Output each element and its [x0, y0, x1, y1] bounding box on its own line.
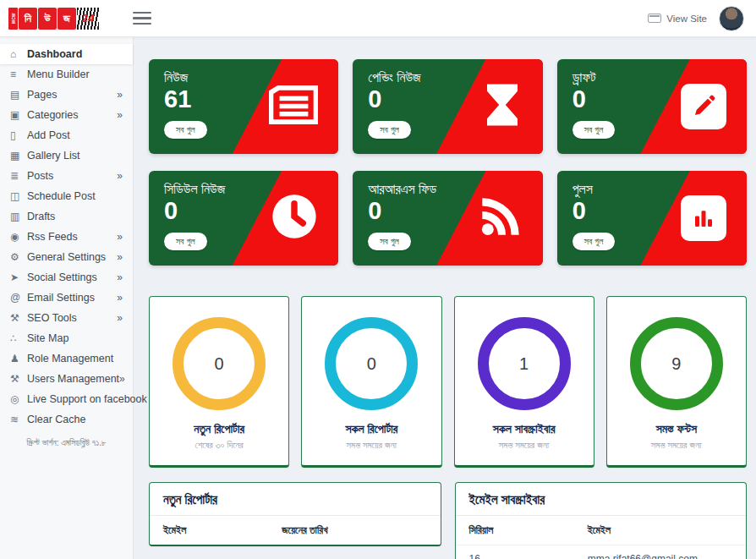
- sidebar-item-gallery-list[interactable]: ▦ Gallery List: [0, 145, 133, 166]
- sidebar-item-label: Email Settings: [27, 292, 95, 304]
- sidebar-item-label: Posts: [27, 170, 53, 182]
- wrench-icon: ⚒: [10, 312, 27, 324]
- donut-value: 1: [519, 354, 529, 374]
- browser-window-icon: [648, 14, 661, 23]
- column-header: ইমেইল: [588, 524, 732, 536]
- stat-title: আরআরএস ফিড: [368, 182, 527, 197]
- view-all-button[interactable]: সব গুল: [572, 121, 616, 139]
- new-reporter-table: নতুন রিপোর্টার ইমেইল জয়েনের তারিখ: [149, 482, 441, 546]
- view-all-button[interactable]: সব গুল: [164, 233, 207, 250]
- chevron-double-right-icon: [117, 312, 123, 324]
- sidebar-item-label: Categories: [27, 109, 78, 121]
- view-all-button[interactable]: সব গুল: [572, 233, 616, 250]
- sidebar-item-label: Dashboard: [27, 48, 82, 60]
- stat-value: 61: [164, 85, 323, 113]
- table-header-row: সিরিয়াল ইমেইল: [456, 516, 747, 545]
- sidebar-item-add-post[interactable]: ▯ Add Post: [0, 125, 133, 145]
- stat-value: 0: [368, 197, 527, 225]
- sidebar-item-live-support[interactable]: ◎ Live Support on facebook: [0, 389, 133, 409]
- sidebar-item-schedule-post[interactable]: ◫ Schedule Post: [0, 186, 133, 206]
- at-icon: @: [10, 292, 27, 304]
- view-all-button[interactable]: সব গুল: [368, 121, 411, 139]
- avatar[interactable]: [719, 6, 744, 31]
- stat-card-schedule-news: সিডিউল নিউজ 0 সব গুল: [149, 171, 338, 266]
- sidebar-item-categories[interactable]: ▣ Categories: [0, 105, 133, 125]
- sidebar-item-label: Drafts: [27, 211, 55, 222]
- sidebar-item-menu-builder[interactable]: ≡ Menu Builder: [0, 64, 133, 85]
- logo-letter: জ: [58, 8, 76, 30]
- user-icon: ♟: [10, 353, 27, 364]
- donut-title: নতুন রিপোর্টার: [150, 422, 288, 436]
- stat-value: 0: [164, 197, 323, 225]
- chevron-double-right-icon: [117, 170, 123, 182]
- chevron-double-right-icon: [117, 231, 123, 243]
- sidebar-item-users-management[interactable]: ⚒ Users Management: [0, 369, 133, 389]
- sidebar-item-drafts[interactable]: ▥ Drafts: [0, 206, 133, 227]
- sidebar: ⌂ Dashboard ≡ Menu Builder ▤ Pages ▣ Cat…: [0, 37, 134, 559]
- stat-title: পুলস: [572, 182, 731, 197]
- donut-value: 9: [671, 354, 681, 374]
- donut-card-new-reporters: 0 নতুন রিপোর্টার শেষের ৩০ দিনের: [149, 296, 289, 468]
- pages-icon: ▤: [10, 89, 27, 101]
- sidebar-item-label: Social Settings: [27, 271, 97, 283]
- tables-grid: নতুন রিপোর্টার ইমেইল জয়েনের তারিখ ইমেইল…: [149, 482, 747, 559]
- view-site-button[interactable]: View Site: [648, 14, 707, 24]
- sidebar-toggle-icon[interactable]: [133, 12, 151, 25]
- sidebar-item-email-settings[interactable]: @ Email Settings: [0, 288, 133, 308]
- sidebar-item-dashboard[interactable]: ⌂ Dashboard: [0, 44, 133, 64]
- sidebar-item-label: Menu Builder: [27, 69, 90, 80]
- view-all-button[interactable]: সব গুল: [368, 233, 411, 250]
- donut-title: সকল সাবস্ক্রাইবার: [455, 422, 594, 436]
- folder-icon: ▣: [10, 109, 27, 121]
- sidebar-item-posts[interactable]: ≣ Posts: [0, 166, 133, 186]
- sidebar-item-rss-feeds[interactable]: ◉ Rss Feeds: [0, 227, 133, 247]
- paper-plane-icon: ➤: [10, 271, 27, 283]
- site-logo[interactable]: MCW নি উ জ 24: [8, 8, 99, 30]
- donut-title: সমস্ত ফন্টস: [607, 422, 746, 436]
- draft-icon: ▥: [10, 211, 27, 222]
- sidebar-item-pages[interactable]: ▤ Pages: [0, 85, 133, 105]
- table-title: ইমেইল সাবস্ক্রাইবার: [456, 483, 747, 516]
- donut-ring: 0: [325, 317, 418, 410]
- stat-card-news: নিউজ 61 সব গুল: [149, 59, 338, 154]
- sidebar-item-general-settings[interactable]: ⚙ General Settings: [0, 247, 133, 267]
- stat-card-polls: পুলস 0 সব গুল: [557, 171, 747, 266]
- logo-letter: নি: [19, 8, 37, 30]
- sidebar-item-seo-tools[interactable]: ⚒ SEO Tools: [0, 308, 133, 328]
- table-row: 16 mma.rifat66@gmail.com: [456, 545, 747, 559]
- view-site-label: View Site: [666, 14, 707, 24]
- sidebar-item-clear-cache[interactable]: ≋ Clear Cache: [0, 409, 133, 430]
- email-subscriber-table: ইমেইল সাবস্ক্রাইবার সিরিয়াল ইমেইল 16 mm…: [455, 482, 748, 559]
- chevron-double-right-icon: [117, 89, 123, 101]
- sidebar-item-label: Live Support on facebook: [27, 393, 147, 405]
- view-all-button[interactable]: সব গুল: [164, 121, 207, 139]
- sidebar-item-role-management[interactable]: ♟ Role Management: [0, 348, 133, 369]
- rss-icon: ◉: [10, 231, 27, 243]
- list-icon: ≣: [10, 170, 27, 182]
- table-title: নতুন রিপোর্টার: [150, 483, 441, 516]
- stat-title: নিউজ: [164, 70, 323, 85]
- database-icon: ≋: [10, 414, 27, 425]
- admin-dashboard: MCW নি উ জ 24 View Site ⌂ Dashboard ≡ Me…: [0, 0, 756, 559]
- sidebar-item-label: Users Management: [27, 373, 119, 385]
- donut-grid: 0 নতুন রিপোর্টার শেষের ৩০ দিনের 0 সকল রি…: [149, 296, 747, 468]
- donut-card-all-reporters: 0 সকল রিপোর্টার সমস্ত সময়ের জন্য: [301, 296, 441, 468]
- donut-value: 0: [215, 354, 224, 374]
- top-header: MCW নি উ জ 24 View Site: [0, 0, 756, 37]
- chevron-double-right-icon: [119, 373, 125, 385]
- file-icon: ▯: [10, 129, 27, 141]
- chevron-double-right-icon: [117, 109, 123, 121]
- sidebar-item-label: Pages: [27, 89, 57, 101]
- sidebar-item-social-settings[interactable]: ➤ Social Settings: [0, 267, 133, 288]
- sidebar-item-site-map[interactable]: ∴ Site Map: [0, 328, 133, 348]
- stat-value: 0: [572, 197, 731, 225]
- donut-subtitle: শেষের ৩০ দিনের: [150, 440, 288, 451]
- sidebar-item-label: SEO Tools: [27, 312, 77, 324]
- stat-card-draft: ড্রাফট 0 সব গুল: [557, 59, 747, 154]
- sidebar-item-label: Clear Cache: [27, 414, 85, 425]
- sitemap-icon: ∴: [10, 332, 27, 344]
- column-header: জয়েনের তারিখ: [282, 524, 426, 536]
- donut-subtitle: সমস্ত সময়ের জন্য: [607, 440, 746, 451]
- stat-title: সিডিউল নিউজ: [164, 182, 323, 197]
- chevron-double-right-icon: [117, 251, 123, 263]
